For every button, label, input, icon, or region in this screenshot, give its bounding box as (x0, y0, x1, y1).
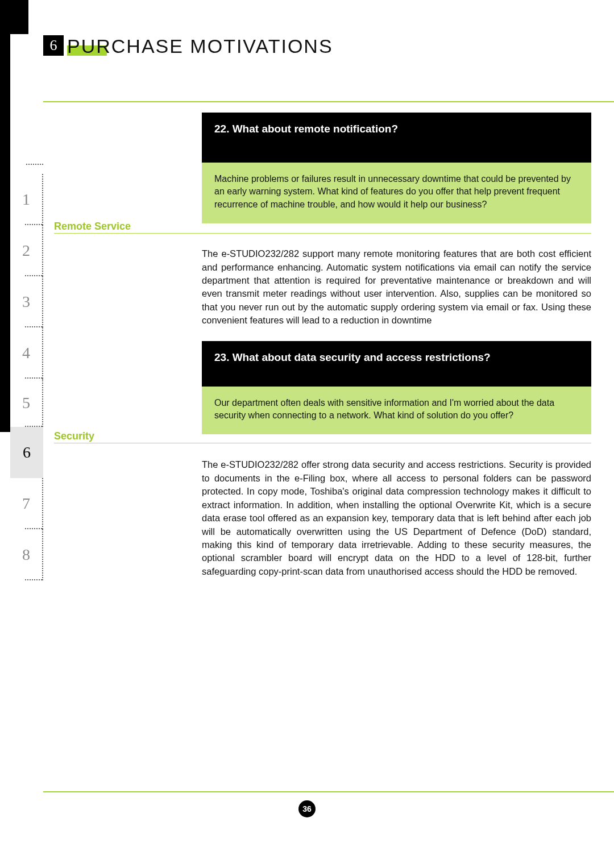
section-label-remote-service: Remote Service (54, 221, 131, 232)
divider-bottom (43, 791, 614, 792)
tab-1[interactable]: 1 (10, 174, 43, 225)
divider-top (43, 101, 614, 102)
question-header-23: 23. What about data security and access … (202, 341, 591, 387)
question-body-22: Machine problems or failures result in u… (202, 163, 591, 223)
tab-4[interactable]: 4 (10, 327, 43, 379)
content-column: 22. What about remote notification? Mach… (202, 113, 591, 592)
chapter-title: PURCHASE MOTIVATIONS (67, 35, 333, 57)
tab-3[interactable]: 3 (10, 276, 43, 327)
tab-dots (26, 164, 43, 165)
chapter-header: 6 PURCHASE MOTIVATIONS (43, 35, 333, 57)
tab-2[interactable]: 2 (10, 225, 43, 276)
question-body-23: Our department often deals with sensitiv… (202, 387, 591, 435)
chapter-number-badge: 6 (43, 35, 64, 56)
answer-22: The e-STUDIO232/282 support many remote … (202, 247, 591, 327)
chapter-tabs: 1 2 3 4 5 6 7 8 (10, 174, 43, 580)
answer-23: The e-STUDIO232/282 offer strong data se… (202, 458, 591, 578)
tab-6[interactable]: 6 (10, 427, 43, 478)
tab-8[interactable]: 8 (10, 529, 43, 580)
section-label-security: Security (54, 430, 94, 442)
tab-7[interactable]: 7 (10, 478, 43, 529)
tab-5[interactable]: 5 (10, 379, 43, 427)
side-black-strip (0, 0, 10, 432)
question-header-22: 22. What about remote notification? (202, 113, 591, 163)
page-number: 36 (298, 800, 316, 817)
